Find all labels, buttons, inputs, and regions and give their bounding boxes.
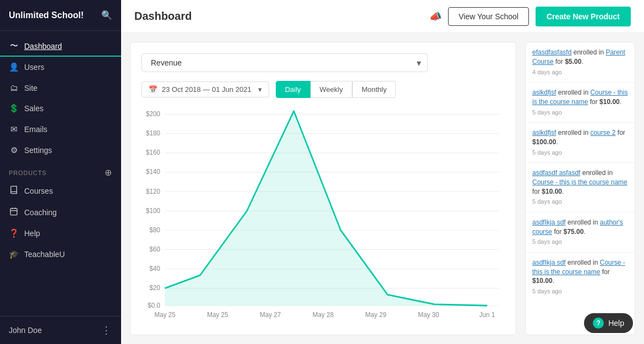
svg-text:$20: $20 [150, 284, 161, 292]
activity-item: asdfIkja sdf enrolled in Course - this i… [526, 253, 635, 302]
svg-text:$0.0: $0.0 [148, 301, 160, 309]
date-range-text: 23 Oct 2018 — 01 Jun 2021 [162, 85, 252, 94]
help-label: Help [608, 319, 624, 327]
help-bubble[interactable]: ? Help [584, 313, 633, 333]
sidebar-item-emails[interactable]: ✉ Emails [0, 119, 121, 140]
activity-item: asdfIkja sdf enrolled in author's course… [526, 212, 635, 253]
sidebar-item-label: TeachableU [24, 250, 65, 259]
chart-canvas: $200 $180 $160 $140 $120 $100 $80 $60 $4… [141, 105, 505, 324]
activity-amount: $75.00 [564, 228, 584, 236]
svg-text:$180: $180 [146, 129, 160, 138]
sidebar-item-site[interactable]: 🗂 Site [0, 78, 121, 98]
chart-controls: 📅 23 Oct 2018 — 01 Jun 2021 ▾ Daily Week… [141, 81, 505, 98]
svg-text:Jun 1: Jun 1 [479, 311, 495, 319]
svg-text:May 25: May 25 [207, 311, 228, 319]
sidebar-item-label: Users [24, 63, 45, 72]
help-circle-icon: ? [593, 318, 604, 329]
site-icon: 🗂 [9, 83, 19, 92]
help-icon: ❓ [9, 228, 19, 238]
activity-item: aslkdfjsf enrolled in Course - this is t… [526, 83, 635, 123]
svg-text:$140: $140 [146, 168, 160, 176]
user-name: John Doe [9, 326, 42, 335]
svg-text:May 25: May 25 [154, 311, 176, 319]
sidebar-item-label: Dashboard [24, 42, 62, 51]
activity-text: aslkdfjsf enrolled in course 2 for $100.… [532, 128, 628, 147]
daily-button[interactable]: Daily [276, 81, 310, 98]
date-range-picker[interactable]: 📅 23 Oct 2018 — 01 Jun 2021 ▾ [141, 81, 269, 97]
more-options-icon[interactable]: ⋮ [101, 324, 112, 336]
activity-amount: $10.00 [542, 188, 562, 195]
svg-text:May 28: May 28 [313, 311, 334, 319]
content-area: Revenue 📅 23 Oct 2018 — 01 Jun 2021 ▾ Da… [121, 33, 644, 344]
courses-icon [9, 185, 19, 196]
sidebar: Unlimited School! 🔍 〜 Dashboard 👤 Users … [0, 0, 121, 344]
page-title: Dashboard [134, 10, 192, 23]
calendar-icon: 📅 [149, 85, 157, 94]
sidebar-item-label: Emails [24, 125, 47, 134]
activity-text: efasdfasfasfd enrolled in Parent Course … [532, 48, 628, 67]
svg-text:$80: $80 [150, 226, 161, 234]
activity-time: 5 days ago [532, 238, 628, 246]
settings-icon: ⚙ [9, 145, 19, 155]
chart-section: Revenue 📅 23 Oct 2018 — 01 Jun 2021 ▾ Da… [130, 42, 516, 335]
svg-text:May 27: May 27 [260, 311, 281, 319]
sidebar-item-users[interactable]: 👤 Users [0, 57, 121, 78]
activity-user: asdfIkja sdf [532, 259, 566, 266]
sidebar-footer: John Doe ⋮ [0, 316, 121, 344]
products-section-label: PRODUCTS ⊕ [0, 161, 121, 180]
activity-text: asdfIkja sdf enrolled in Course - this i… [532, 258, 628, 286]
activity-time: 5 days ago [532, 149, 628, 157]
svg-rect-0 [10, 209, 17, 215]
users-icon: 👤 [9, 62, 19, 72]
main-content: Dashboard 📣 View Your School Create New … [121, 0, 644, 344]
chevron-down-icon: ▾ [258, 85, 262, 94]
activity-text: asdfasdf asfasdf enrolled in Course - th… [532, 168, 628, 196]
activity-item: asdfasdf asfasdf enrolled in Course - th… [526, 163, 635, 212]
sidebar-item-courses[interactable]: Courses [0, 180, 121, 201]
activity-amount: $100.00 [532, 138, 556, 146]
view-school-button[interactable]: View Your School [448, 7, 529, 26]
activity-amount: $10.00 [532, 277, 553, 285]
monthly-button[interactable]: Monthly [352, 81, 396, 98]
sales-icon: 💲 [9, 103, 19, 113]
notification-icon[interactable]: 📣 [429, 10, 441, 23]
activity-time: 5 days ago [532, 108, 628, 117]
svg-marker-26 [165, 111, 487, 306]
sidebar-item-coaching[interactable]: Coaching [0, 201, 121, 223]
svg-text:$120: $120 [146, 187, 160, 195]
sidebar-item-sales[interactable]: 💲 Sales [0, 98, 121, 119]
sidebar-item-label: Help [24, 229, 40, 238]
sidebar-item-label: Sales [24, 104, 43, 113]
teachableu-icon: 🎓 [9, 249, 19, 259]
activity-user: asdfIkja sdf [532, 219, 566, 226]
sidebar-item-teachableu[interactable]: 🎓 TeachableU [0, 244, 121, 265]
topbar-actions: 📣 View Your School Create New Product [429, 7, 631, 26]
sidebar-logo: Unlimited School! [9, 10, 84, 20]
activity-amount: $10.00 [599, 98, 620, 106]
activity-feed: efasdfasfasfd enrolled in Parent Course … [525, 42, 635, 335]
sidebar-nav: 〜 Dashboard 👤 Users 🗂 Site 💲 Sales ✉ Ema… [0, 31, 121, 316]
search-icon[interactable]: 🔍 [101, 10, 112, 20]
weekly-button[interactable]: Weekly [310, 81, 352, 98]
activity-user: efasdfasfasfd [532, 48, 571, 56]
add-product-icon[interactable]: ⊕ [105, 167, 112, 178]
sidebar-item-label: Settings [24, 146, 52, 155]
activity-text: asdfIkja sdf enrolled in author's course… [532, 218, 628, 237]
create-product-button[interactable]: Create New Product [536, 7, 631, 26]
activity-course: Course - this is the course name [532, 178, 627, 186]
sidebar-item-settings[interactable]: ⚙ Settings [0, 140, 121, 161]
sidebar-item-dashboard[interactable]: 〜 Dashboard [0, 35, 121, 57]
activity-time: 5 days ago [532, 287, 628, 296]
revenue-dropdown[interactable]: Revenue [141, 53, 428, 72]
activity-text: aslkdfjsf enrolled in Course - this is t… [532, 88, 628, 107]
activity-time: 5 days ago [532, 198, 628, 206]
svg-text:$60: $60 [150, 245, 161, 253]
chart-header: Revenue [141, 53, 505, 72]
svg-text:May 29: May 29 [365, 311, 387, 319]
svg-text:May 30: May 30 [418, 311, 439, 319]
revenue-chart: $200 $180 $160 $140 $120 $100 $80 $60 $4… [141, 105, 505, 324]
activity-user: aslkdfjsf [532, 129, 556, 136]
sidebar-item-help[interactable]: ❓ Help [0, 223, 121, 244]
sidebar-header: Unlimited School! 🔍 [0, 0, 121, 31]
sidebar-item-label: Site [24, 84, 37, 92]
